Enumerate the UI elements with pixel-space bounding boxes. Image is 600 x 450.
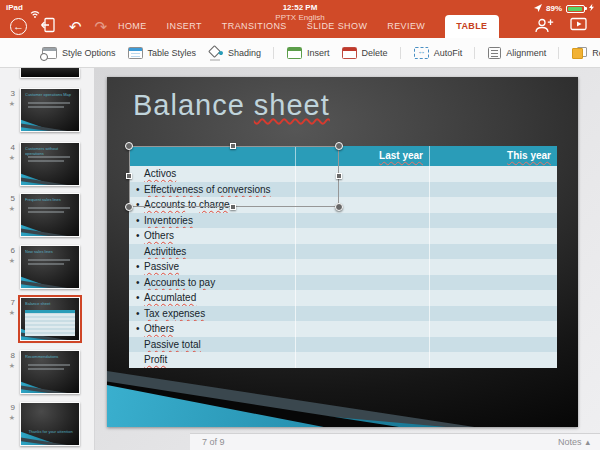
table-header-row[interactable]: Last year This year (129, 146, 557, 166)
slide-thumbnail[interactable]: Frequent sales lines (20, 193, 80, 237)
row-label-cell[interactable]: •Tax expenses (129, 306, 296, 322)
table-row[interactable]: Passive total (129, 337, 557, 353)
slide-thumbnail[interactable]: Customer operations Map (20, 88, 80, 132)
selection-handle-bottom-left[interactable] (125, 203, 133, 211)
table-row[interactable]: •Tax expenses (129, 306, 557, 322)
selection-handle-bottom-right[interactable] (335, 203, 343, 211)
this-year-value-cell[interactable] (430, 182, 557, 198)
ribbon-tab[interactable]: TABLE (445, 15, 498, 38)
this-year-value-cell[interactable] (430, 244, 557, 260)
row-label-cell[interactable]: Passive total (129, 337, 296, 353)
table-row[interactable]: •Accounts to charge (129, 197, 557, 213)
share-with-people-icon[interactable] (534, 17, 554, 37)
notes-toggle[interactable]: Notes ▴ (558, 437, 590, 447)
table-row[interactable]: •Others (129, 321, 557, 337)
toolbar-button[interactable]: Style Options (42, 47, 116, 59)
ribbon-tab[interactable]: INSERT (167, 21, 202, 38)
row-label-cell[interactable]: •Inventories (129, 213, 296, 229)
last-year-value-cell[interactable] (296, 275, 430, 291)
present-slideshow-icon[interactable] (570, 17, 588, 36)
row-label-cell[interactable]: •Effectiveness of conversions (129, 182, 296, 198)
selection-handle-top-middle[interactable] (230, 143, 236, 149)
this-year-value-cell[interactable] (430, 166, 557, 182)
last-year-value-cell[interactable] (296, 259, 430, 275)
last-year-value-cell[interactable] (296, 166, 430, 182)
row-label-cell[interactable]: Activos (129, 166, 296, 182)
toolbar-button[interactable]: Delete (342, 47, 388, 59)
selection-handle-top-right[interactable] (335, 142, 343, 150)
this-year-value-cell[interactable] (430, 352, 557, 368)
table-row[interactable]: •Accumlated (129, 290, 557, 306)
last-year-value-cell[interactable] (296, 290, 430, 306)
slide-thumbnail[interactable]: Recommendations (20, 350, 80, 394)
this-year-value-cell[interactable] (430, 259, 557, 275)
row-label-cell[interactable]: •Accounts to charge (129, 197, 296, 213)
table-row[interactable]: •Effectiveness of conversions (129, 182, 557, 198)
row-label-cell[interactable]: •Others (129, 228, 296, 244)
table-row[interactable]: •Others (129, 228, 557, 244)
selection-handle-middle-left[interactable] (126, 173, 132, 179)
table-row[interactable]: •Accounts to pay (129, 275, 557, 291)
ribbon-tab[interactable]: HOME (118, 21, 147, 38)
row-label-cell[interactable]: •Others (129, 321, 296, 337)
back-button[interactable]: ← (10, 18, 27, 35)
save-share-icon[interactable] (40, 17, 56, 37)
this-year-value-cell[interactable] (430, 290, 557, 306)
last-year-value-cell[interactable] (296, 228, 430, 244)
selection-handle-middle-right[interactable] (336, 173, 342, 179)
last-year-value-cell[interactable] (296, 213, 430, 229)
last-year-value-cell[interactable] (296, 306, 430, 322)
row-label-cell[interactable]: Activitites (129, 244, 296, 260)
undo-button[interactable]: ↶ (69, 19, 82, 34)
row-label-cell[interactable]: Profit (129, 352, 296, 368)
slide-thumbnail-entry[interactable]: 6 ★ New sales lines (0, 245, 95, 291)
slide-thumbnail-entry[interactable]: 4 ★ Customers without operations (0, 142, 95, 188)
ribbon-tab[interactable]: REVIEW (387, 21, 425, 38)
table-row[interactable]: Profit (129, 352, 557, 368)
last-year-value-cell[interactable] (296, 244, 430, 260)
table-header-cell-blank[interactable] (129, 146, 296, 166)
slide-editor[interactable]: Balance sheet Last year This year Activo… (107, 77, 578, 427)
this-year-value-cell[interactable] (430, 306, 557, 322)
selection-handle-top-left[interactable] (125, 142, 133, 150)
slide-thumbnail-entry[interactable]: 5 ★ Frequent sales lines (0, 193, 95, 239)
this-year-value-cell[interactable] (430, 228, 557, 244)
table-row[interactable]: Activos (129, 166, 557, 182)
slide-thumbnail[interactable]: New sales lines (20, 245, 80, 289)
slide-thumbnail-entry[interactable]: 8 ★ Recommendations (0, 350, 95, 396)
table-header-cell-this-year[interactable]: This year (430, 146, 557, 166)
ribbon-tab[interactable]: TRANSITIONS (222, 21, 287, 38)
selection-handle-bottom-middle[interactable] (230, 204, 236, 210)
last-year-value-cell[interactable] (296, 352, 430, 368)
table-header-cell-last-year[interactable]: Last year (296, 146, 430, 166)
this-year-value-cell[interactable] (430, 275, 557, 291)
last-year-value-cell[interactable] (296, 321, 430, 337)
this-year-value-cell[interactable] (430, 213, 557, 229)
last-year-value-cell[interactable] (296, 197, 430, 213)
this-year-value-cell[interactable] (430, 337, 557, 353)
toolbar-button[interactable]: Table Styles (128, 47, 197, 59)
last-year-value-cell[interactable] (296, 182, 430, 198)
toolbar-button[interactable]: Alignment (474, 47, 546, 59)
redo-button[interactable]: ↷ (95, 19, 108, 34)
slide-thumbnail[interactable]: Balance sheet (20, 297, 80, 341)
slide-thumbnail[interactable]: Thanks for your attention (20, 402, 80, 446)
table-row[interactable]: •Passive (129, 259, 557, 275)
this-year-value-cell[interactable] (430, 321, 557, 337)
balance-sheet-table[interactable]: Last year This year Activos •Effectivene… (129, 146, 557, 368)
this-year-value-cell[interactable] (430, 197, 557, 213)
slide-thumbnail-entry[interactable]: 3 ★ Customer operations Map (0, 88, 95, 134)
slide-title[interactable]: Balance sheet (133, 89, 330, 122)
slide-thumbnail-entry[interactable]: 7 ★ Balance sheet (0, 297, 95, 343)
last-year-value-cell[interactable] (296, 337, 430, 353)
slide-thumbnail[interactable]: Customers without operations (20, 142, 80, 186)
toolbar-button[interactable]: Insert (273, 47, 330, 59)
editing-canvas[interactable]: Balance sheet Last year This year Activo… (95, 68, 600, 450)
toolbar-button[interactable]: Reorder (558, 47, 600, 59)
row-label-cell[interactable]: •Accounts to pay (129, 275, 296, 291)
ribbon-tab[interactable]: SLIDE SHOW (307, 21, 368, 38)
row-label-cell[interactable]: •Passive (129, 259, 296, 275)
table-row[interactable]: Activitites (129, 244, 557, 260)
table-row[interactable]: •Inventories (129, 213, 557, 229)
toolbar-button[interactable]: AutoFit (400, 47, 463, 59)
